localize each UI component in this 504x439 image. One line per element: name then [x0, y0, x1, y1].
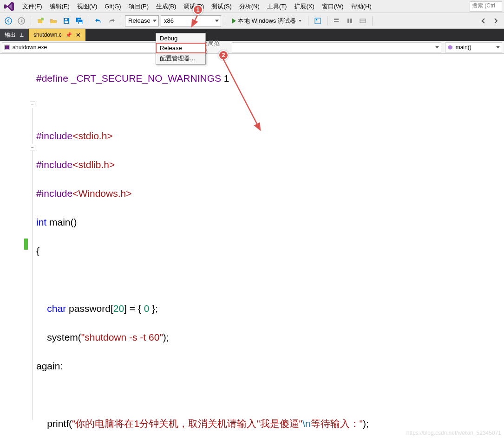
svg-rect-11 — [316, 19, 317, 20]
menu-project[interactable]: 项目(P) — [125, 1, 152, 12]
redo-icon[interactable] — [106, 15, 117, 26]
svg-rect-9 — [79, 22, 82, 24]
watermark: https://blog.csdn.net/weixin_52345071 — [406, 430, 501, 436]
svg-rect-12 — [334, 19, 339, 20]
tab-output[interactable]: 输出⊥ — [0, 29, 29, 41]
menu-git[interactable]: Git(G) — [101, 1, 124, 11]
prev-icon[interactable] — [478, 15, 489, 26]
menu-test[interactable]: 测试(S) — [208, 1, 235, 12]
outline-toggle-icon[interactable]: − — [30, 145, 35, 150]
svg-rect-19 — [5, 45, 9, 49]
code-content: #define _CRT_SECURE_NO_WARNINGS 1 #inclu… — [36, 57, 504, 439]
next-icon[interactable] — [490, 15, 501, 26]
context-bar: shutdown.exe (全局范围) main() — [0, 41, 504, 54]
nav-fwd-icon[interactable] — [16, 15, 27, 26]
outline-toggle-icon[interactable]: − — [30, 102, 35, 107]
menu-tools[interactable]: 工具(T) — [263, 1, 291, 12]
tool-icon-1[interactable] — [312, 15, 323, 26]
pin-icon[interactable]: ⊥ — [20, 32, 24, 38]
menu-bar: 文件(F) 编辑(E) 视图(V) Git(G) 项目(P) 生成(B) 调试(… — [0, 0, 504, 13]
menu-extensions[interactable]: 扩展(X) — [290, 1, 318, 12]
svg-point-1 — [18, 18, 25, 24]
dropdown-item-config-mgr[interactable]: 配置管理器... — [156, 53, 205, 64]
document-tabs: 输出⊥ shutdown.c📌✕ — [0, 29, 504, 41]
tab-file[interactable]: shutdown.c📌✕ — [29, 29, 85, 41]
menu-build[interactable]: 生成(B) — [152, 1, 180, 12]
close-icon[interactable]: ✕ — [76, 32, 81, 39]
undo-icon[interactable] — [93, 15, 104, 26]
annotation-marker-2: 2 — [218, 50, 229, 60]
svg-point-0 — [5, 18, 12, 24]
dropdown-item-release[interactable]: Release — [156, 43, 206, 53]
svg-rect-13 — [334, 21, 339, 22]
vs-logo-icon — [4, 1, 15, 12]
save-icon[interactable] — [61, 15, 72, 26]
nav-back-icon[interactable] — [3, 15, 14, 26]
svg-rect-10 — [315, 18, 321, 24]
start-debug-button[interactable]: 本地 Windows 调试器 — [229, 15, 304, 26]
platform-combo[interactable]: x86 — [161, 15, 221, 26]
scope-combo[interactable] — [232, 42, 441, 52]
config-dropdown: Debug Release 配置管理器... — [156, 33, 206, 65]
new-project-icon[interactable] — [35, 15, 46, 26]
menu-analyze[interactable]: 分析(N) — [236, 1, 263, 12]
svg-rect-5 — [65, 21, 68, 23]
tool-icon-3[interactable] — [344, 15, 355, 26]
search-input[interactable]: 搜索 (Ctrl — [470, 1, 502, 12]
member-combo[interactable]: main() — [445, 42, 502, 52]
open-icon[interactable] — [48, 15, 59, 26]
toolbar: Release x86 本地 Windows 调试器 — [0, 13, 504, 29]
pin-icon[interactable]: 📌 — [65, 32, 72, 38]
svg-rect-15 — [350, 19, 352, 23]
menu-file[interactable]: 文件(F) — [19, 1, 46, 12]
save-all-icon[interactable] — [74, 15, 85, 26]
menu-edit[interactable]: 编辑(E) — [46, 1, 73, 12]
svg-rect-3 — [41, 18, 44, 20]
code-editor[interactable]: − − #define _CRT_SECURE_NO_WARNINGS 1 #i… — [0, 54, 504, 439]
tool-icon-2[interactable] — [331, 15, 342, 26]
svg-rect-6 — [65, 19, 67, 20]
config-combo[interactable]: Release — [125, 15, 159, 26]
dropdown-item-debug[interactable]: Debug — [156, 33, 205, 43]
menu-help[interactable]: 帮助(H) — [347, 1, 375, 12]
editor-gutter: − − — [0, 54, 36, 439]
menu-view[interactable]: 视图(V) — [73, 1, 101, 12]
tool-icon-4[interactable] — [357, 15, 368, 26]
svg-rect-14 — [347, 19, 349, 23]
annotation-marker-1: 1 — [193, 5, 203, 15]
menu-window[interactable]: 窗口(W) — [318, 1, 347, 12]
